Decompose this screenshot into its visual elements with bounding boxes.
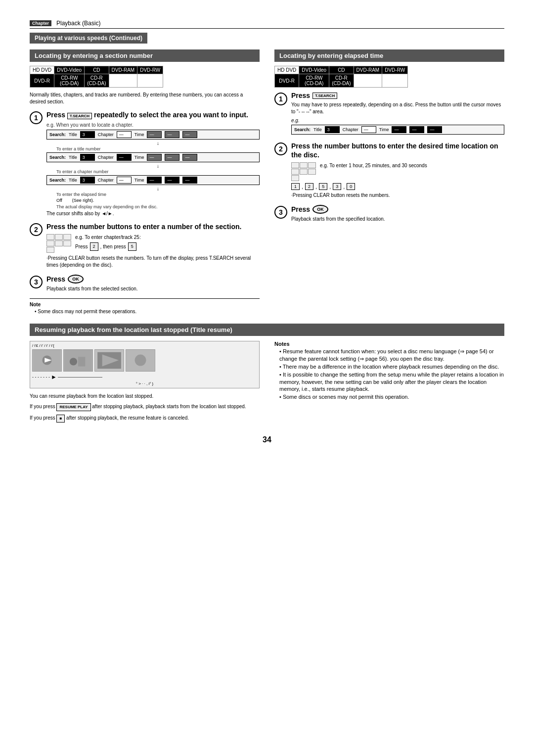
film-timeline: - - - - - - - ► ——————————	[32, 374, 257, 380]
film-strip: / i'£ / i' / i' / i'{ - - - - - - -	[30, 341, 260, 388]
two-col-layout: Locating by entering a section number HD…	[30, 49, 504, 316]
step-number-2: 2	[30, 223, 43, 236]
chapter-header: Chapter Playback (Basic)	[30, 20, 504, 29]
step-3-content: Press OK Playback starts from the select…	[46, 275, 260, 292]
step-2-example: e.g. To enter chapter/track 25:	[75, 234, 141, 241]
resume-cancel-text: If you press ■ after stopping playback, …	[30, 414, 260, 423]
see-right-label: (See right).	[72, 198, 94, 203]
arrow-down-1: ↓	[56, 141, 260, 146]
ok-button-left[interactable]: OK	[68, 275, 84, 284]
svg-rect-5	[78, 357, 85, 367]
time-key-0: 0	[347, 183, 355, 190]
right-disc-table: HD DVD DVD-Video CD DVD-RAM DVD-RW DVD-R…	[274, 66, 408, 88]
left-column: Locating by entering a section number HD…	[30, 49, 260, 316]
resume-note-3: • It is possible to change the setting f…	[279, 371, 504, 392]
arrow-down-2: ↓	[56, 163, 260, 169]
notes-label: Notes	[274, 341, 504, 347]
frame-4	[126, 349, 155, 372]
resume-note-1: • Resume feature cannot function when: y…	[279, 348, 504, 362]
right-step-2-title: Press the number buttons to enter the de…	[291, 142, 504, 159]
step-3-press: Press OK	[46, 275, 260, 284]
chapter-label: Chapter	[30, 20, 51, 26]
key-grid-left	[46, 234, 71, 253]
tsearch-box-right: T.SEARCH	[312, 93, 337, 99]
left-step-2: 2 Press the number buttons to enter a nu…	[30, 222, 260, 269]
left-step-1: 1 Press T.SEARCH repeatedly to select th…	[30, 110, 260, 216]
left-disc-table: HD DVD DVD-Video CD DVD-RAM DVD-RW DVD-R…	[30, 66, 163, 88]
caption-time: To enter the elapsed time	[56, 192, 260, 197]
step-number-3: 3	[30, 276, 43, 288]
playing-banner: Playing at various speeds (Continued)	[30, 33, 147, 44]
resume-right: Notes • Resume feature cannot function w…	[274, 341, 504, 425]
ok-button-right[interactable]: OK	[312, 205, 328, 214]
right-step-2: 2 Press the number buttons to enter the …	[274, 142, 504, 199]
right-step-1-press: Press T.SEARCH	[291, 92, 504, 99]
search-bar-chapter: Search: Title 3 Chapter — Time — — —	[46, 152, 260, 162]
key-5: 5	[128, 242, 136, 251]
step-number-1: 1	[30, 111, 43, 124]
right-step-2-content: Press the number buttons to enter the de…	[291, 142, 504, 199]
resume-note-2: • There may be a difference in the locat…	[279, 363, 504, 370]
right-section-header: Locating by entering elapsed time	[274, 49, 504, 62]
step-2-title: Press the number buttons to enter a numb…	[46, 222, 260, 231]
film-frames: / i'£ / i' / i' / i'{	[32, 343, 257, 348]
frame-3	[94, 349, 124, 372]
chapter-title: Playback (Basic)	[56, 20, 100, 27]
key-2: 2	[90, 242, 98, 251]
right-step-number-1: 1	[274, 93, 287, 105]
tsearch-icon-step1: T.SEARCH	[67, 113, 92, 119]
svg-point-4	[70, 358, 77, 366]
step-1-content: Press T.SEARCH repeatedly to select the …	[46, 110, 260, 216]
time-key-3: 3	[333, 183, 341, 190]
time-key-2: 2	[305, 183, 313, 190]
arrow-down-3: ↓	[56, 186, 260, 191]
right-step-3: 3 Press OK Playback starts from the spec…	[274, 205, 504, 223]
clear-note-right: ·Pressing CLEAR button resets the number…	[291, 192, 504, 199]
right-step-1-content: Press T.SEARCH You may have to press rep…	[291, 92, 504, 136]
right-step-1-detail: You may have to press repeatedly, depend…	[291, 101, 504, 115]
time-key-1: 1	[291, 183, 300, 190]
left-intro-text: Normally titles, chapters, and tracks ar…	[30, 92, 260, 105]
note-item-1: • Some discs may not permit these operat…	[35, 308, 260, 315]
resume-play-btn: RESUME PLAY	[56, 403, 90, 411]
key-grid-right	[291, 162, 316, 181]
right-step-3-content: Press OK Playback starts from the specif…	[291, 205, 504, 223]
frame-2	[63, 349, 93, 372]
note-section-left: Note • Some discs may not permit these o…	[30, 302, 260, 315]
playback-note-right: Playback starts from the specified locat…	[291, 216, 504, 223]
disc-note: The actual display may vary depending on…	[56, 204, 260, 209]
right-search-bar: Search: Title 3 Chapter — Time — — —	[291, 125, 504, 135]
step-1-sub: e.g. When you want to locate a chapter.	[46, 122, 260, 128]
step-2-content: Press the number buttons to enter a numb…	[46, 222, 260, 269]
left-step-3: 3 Press OK Playback starts from the sele…	[30, 275, 260, 292]
resume-play-text: If you press RESUME PLAY after stopping …	[30, 403, 260, 411]
right-step-2-eg: e.g. To enter 1 hour, 25 minutes, and 30…	[320, 162, 427, 169]
svg-point-10	[135, 355, 146, 366]
search-bar-title: Search: Title 3 Chapter — Time — — —	[46, 130, 260, 140]
page-number: 34	[30, 435, 504, 444]
caption-title: To enter a title number	[56, 146, 260, 151]
left-section-header: Locating by entering a section number	[30, 49, 260, 62]
resume-note-4: • Some discs or scenes may not permit th…	[279, 393, 504, 400]
off-label: Off	[56, 198, 62, 203]
search-bar-time: Search: Title 3 Chapter — Time — — —	[46, 175, 260, 185]
time-number-row: 1 , 2 , 5 , 3 , 0	[291, 183, 504, 190]
timeline-labels: ° > · · , i° }	[32, 381, 257, 386]
right-step-1: 1 Press T.SEARCH You may have to press r…	[274, 92, 504, 136]
playback-note-left: Playback starts from the selected sectio…	[46, 285, 260, 292]
resume-body-text: You can resume playback from the locatio…	[30, 392, 260, 400]
time-key-5: 5	[319, 183, 327, 190]
resume-banner: Resuming playback from the location last…	[30, 324, 504, 336]
right-column: Locating by entering elapsed time HD DVD…	[274, 49, 504, 316]
clear-note-left: ·Pressing CLEAR button resets the number…	[46, 255, 260, 269]
cancel-btn: ■	[56, 415, 65, 423]
right-step-1-eg: e.g.	[291, 118, 504, 123]
right-step-number-2: 2	[274, 142, 287, 155]
right-step-3-press: Press OK	[291, 205, 504, 214]
cursor-note: The cursor shifts also by ◄/►.	[46, 211, 260, 216]
right-step-number-3: 3	[274, 206, 287, 219]
caption-chapter: To enter a chapter number	[56, 169, 260, 174]
resume-content: / i'£ / i' / i' / i'{ - - - - - - -	[30, 341, 504, 425]
step-1-title: Press T.SEARCH repeatedly to select the …	[46, 110, 260, 119]
divider-left	[30, 298, 260, 299]
